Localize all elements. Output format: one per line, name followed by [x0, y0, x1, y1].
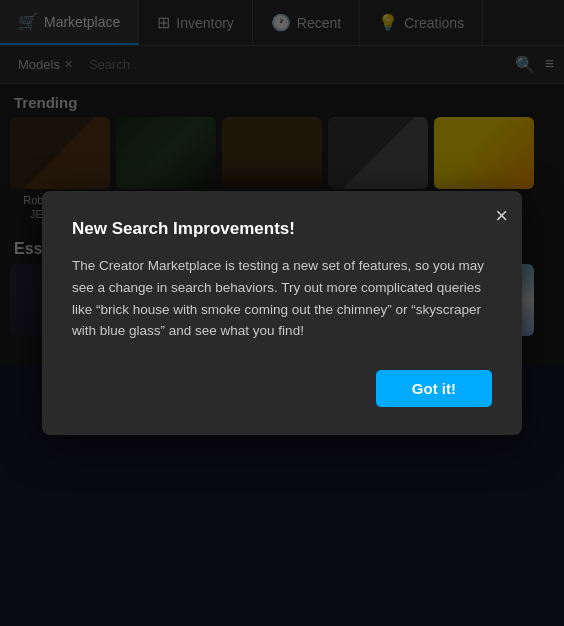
- search-improvements-modal: × New Search Improvements! The Creator M…: [42, 191, 522, 434]
- got-it-button[interactable]: Got it!: [376, 370, 492, 407]
- modal-overlay: × New Search Improvements! The Creator M…: [0, 0, 564, 626]
- modal-footer: Got it!: [72, 370, 492, 407]
- modal-title: New Search Improvements!: [72, 219, 492, 239]
- modal-close-button[interactable]: ×: [495, 205, 508, 227]
- modal-body: The Creator Marketplace is testing a new…: [72, 255, 492, 341]
